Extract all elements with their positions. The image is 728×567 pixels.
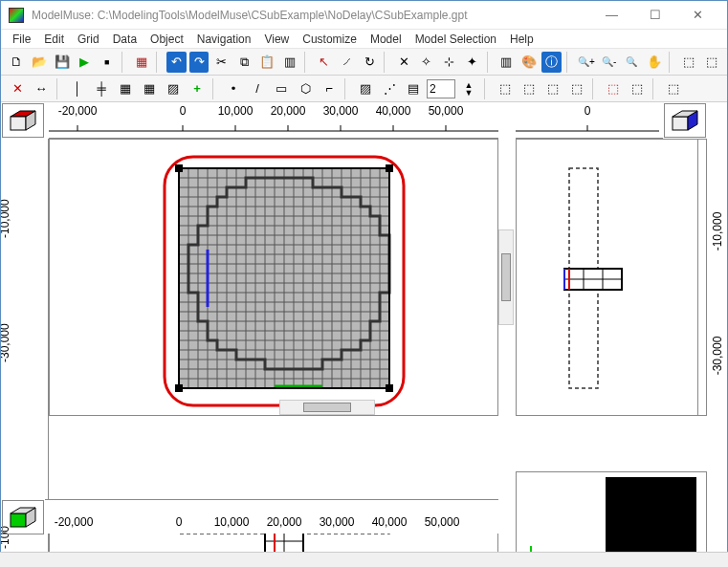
menu-model[interactable]: Model (364, 32, 408, 47)
spinner-buttons[interactable]: ▲▼ (458, 78, 479, 99)
dots-tool[interactable]: ⋰ (379, 78, 400, 99)
save-button[interactable]: 💾 (52, 52, 72, 73)
pan-button[interactable]: ✋ (645, 52, 665, 73)
tile-button[interactable]: ▦ (132, 52, 152, 73)
zoom-out-button[interactable]: 🔍- (599, 52, 619, 73)
stack-tool[interactable]: ▤ (403, 78, 424, 99)
menu-customize[interactable]: Customize (297, 32, 363, 47)
bottom-ruler: -20,000 0 10,000 20,000 30,000 40,000 50… (45, 499, 498, 534)
move-button[interactable]: ↔ (31, 78, 52, 99)
view-cube-2[interactable]: ⬚ (518, 78, 540, 99)
palette-button[interactable]: 🎨 (519, 52, 540, 73)
toolbar-drawing: ✕ ↔ │ ╪ ▦ ▦ ▨ + • / ▭ ⬡ ⌐ ▨ ⋰ ▤ ▲▼ ⬚ ⬚ ⬚… (1, 76, 727, 102)
svg-rect-83 (11, 513, 26, 527)
window-title: ModelMuse: C:\ModelingTools\ModelMuse\CS… (32, 9, 583, 22)
top-ruler: -20,000 0 10,000 20,000 30,000 40,000 50… (49, 102, 498, 139)
top-view-hscroll[interactable] (279, 400, 375, 415)
snap-tool-4[interactable]: ✦ (462, 52, 482, 73)
rect-tool[interactable]: ▭ (271, 78, 292, 99)
tick-label: 20,000 (267, 515, 302, 529)
rotate-tool[interactable]: ↻ (360, 52, 380, 73)
layers-button[interactable]: ▥ (496, 52, 517, 73)
tick-label: -10,000 (711, 212, 724, 251)
add-button[interactable]: + (187, 78, 208, 99)
statusbar (0, 552, 728, 567)
point-tool[interactable]: • (223, 78, 244, 99)
menu-file[interactable]: File (7, 32, 36, 47)
view-cube-6[interactable]: ⬚ (627, 78, 648, 99)
svg-rect-1 (11, 117, 26, 130)
menu-navigation[interactable]: Navigation (191, 32, 257, 47)
line-tool[interactable]: │ (67, 78, 88, 99)
tick-label: 0 (180, 104, 187, 118)
step-tool[interactable]: ⌐ (319, 78, 340, 99)
front-view-cube-icon[interactable] (2, 500, 44, 534)
menu-edit[interactable]: Edit (38, 32, 70, 47)
delete-button[interactable]: ▥ (279, 52, 299, 73)
tick-label: -30,000 (0, 323, 11, 362)
menu-data[interactable]: Data (107, 32, 143, 47)
pointer-tool[interactable]: ↖ (314, 52, 334, 73)
tick-label: 10,000 (218, 104, 254, 118)
menu-model-selection[interactable]: Model Selection (409, 32, 502, 47)
redo-button[interactable]: ↷ (189, 52, 210, 73)
hatch-tool[interactable]: ▨ (355, 78, 376, 99)
snap-tool-1[interactable]: ✕ (394, 52, 414, 73)
view-cube-7[interactable]: ⬚ (663, 78, 684, 99)
cut-button[interactable]: ✂ (211, 52, 232, 73)
tick-label: 0 (585, 104, 591, 118)
view-cube-3[interactable]: ⬚ (542, 78, 563, 99)
stop-button[interactable]: ■ (98, 52, 118, 73)
side-view[interactable] (516, 139, 707, 416)
maximize-button[interactable]: ☐ (633, 2, 676, 29)
tick-label: -10,000 (0, 199, 11, 238)
view-cube-4[interactable]: ⬚ (566, 78, 587, 99)
side-ruler-top: 0 (516, 102, 663, 139)
top-view-vscroll[interactable] (498, 229, 514, 325)
svg-rect-67 (386, 384, 393, 392)
grid-tool-4[interactable]: ▨ (163, 78, 184, 99)
lasso-tool[interactable]: ⟋ (337, 52, 357, 73)
layer-spinner[interactable] (427, 79, 455, 98)
segment-tool[interactable]: / (247, 78, 268, 99)
svg-rect-13 (673, 117, 688, 130)
menu-view[interactable]: View (258, 32, 295, 47)
copy-button[interactable]: ⧉ (234, 52, 254, 73)
view-cube-5[interactable]: ⬚ (603, 78, 624, 99)
view-cube-1[interactable]: ⬚ (495, 78, 516, 99)
menu-object[interactable]: Object (144, 32, 189, 47)
side-view-cube-icon[interactable] (664, 103, 706, 138)
new-button[interactable]: 🗋 (7, 52, 27, 73)
grid-tool-2[interactable]: ▦ (115, 78, 136, 99)
right-ruler: -10,000 -30,000 (697, 139, 724, 416)
grid-tool-3[interactable]: ▦ (139, 78, 160, 99)
tick-label: 30,000 (320, 515, 355, 529)
snap-tool-2[interactable]: ✧ (417, 52, 437, 73)
titlebar: ModelMuse: C:\ModelingTools\ModelMuse\CS… (1, 1, 727, 30)
menu-grid[interactable]: Grid (72, 32, 105, 47)
info-button[interactable]: ⓘ (541, 52, 562, 73)
undo-button[interactable]: ↶ (166, 52, 187, 73)
toolbar-main: 🗋 📂 💾 ▶ ■ ▦ ↶ ↷ ✂ ⧉ 📋 ▥ ↖ ⟋ ↻ ✕ ✧ ⊹ ✦ ▥ … (1, 49, 727, 76)
open-button[interactable]: 📂 (30, 52, 50, 73)
tick-label: 30,000 (323, 104, 359, 118)
snap-tool-3[interactable]: ⊹ (439, 52, 459, 73)
tick-label: 10,000 (214, 515, 250, 529)
top-view-cube-icon[interactable] (2, 103, 44, 138)
zoom-fit-button[interactable]: 🔍 (622, 52, 642, 73)
top-view[interactable] (49, 139, 498, 416)
minimize-button[interactable]: — (590, 2, 633, 29)
zoom-in-button[interactable]: 🔍+ (577, 52, 597, 73)
paste-button[interactable]: 📋 (257, 52, 277, 73)
extra-button-1[interactable]: ⬚ (679, 52, 699, 73)
poly-tool[interactable]: ⬡ (295, 78, 316, 99)
menu-help[interactable]: Help (504, 32, 540, 47)
run-button[interactable]: ▶ (75, 52, 95, 73)
tick-label: 40,000 (372, 515, 408, 529)
extra-button-2[interactable]: ⬚ (701, 52, 721, 73)
grid-tool-1[interactable]: ╪ (91, 78, 112, 99)
delete-obj-button[interactable]: ✕ (7, 78, 28, 99)
tick-label: 20,000 (271, 104, 306, 118)
close-button[interactable]: ✕ (676, 2, 719, 29)
tick-label: -30,000 (711, 337, 724, 376)
